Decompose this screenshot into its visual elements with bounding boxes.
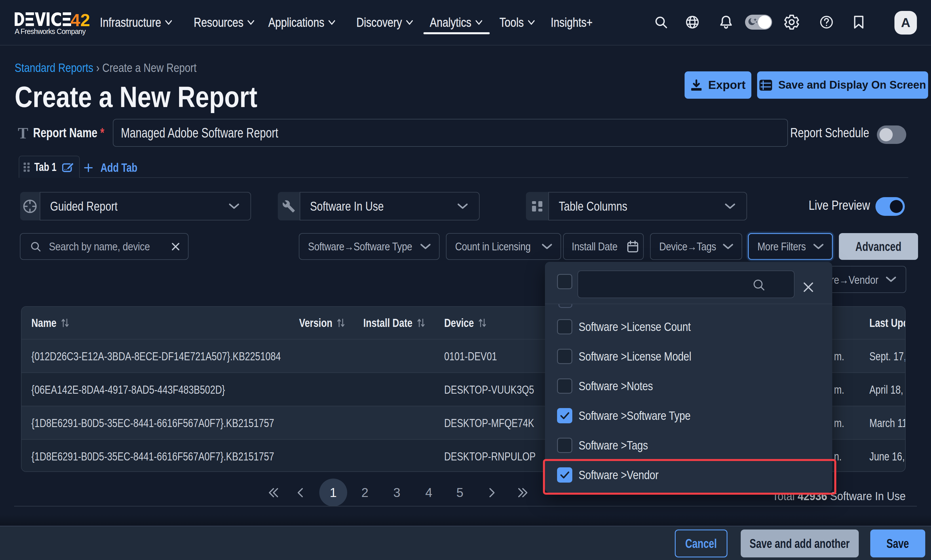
svg-text:2: 2 [80, 12, 90, 26]
svg-text:4: 4 [71, 12, 80, 26]
svg-text:A Freshworks Company: A Freshworks Company [15, 28, 86, 35]
